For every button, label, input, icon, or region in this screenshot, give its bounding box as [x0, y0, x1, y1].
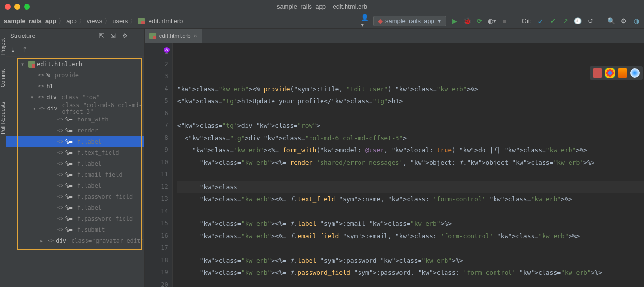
commit-tool-button[interactable]: Commit [0, 69, 6, 87]
code-line[interactable] [177, 242, 644, 254]
code-line[interactable]: <"kw">class="tg">div "kw">class="col-md-… [177, 132, 644, 144]
line-number[interactable]: 7 [145, 120, 168, 132]
tree-item[interactable]: <>%=form_with [6, 114, 144, 125]
firefox-icon[interactable] [618, 68, 627, 78]
expand-all-icon[interactable]: ⇱ [98, 32, 106, 40]
tree-item[interactable]: ▾<>divclass="col-md-6 col-md-offset-3" [6, 103, 144, 114]
line-number[interactable]: 16 [145, 230, 168, 242]
structure-tree[interactable]: ▾edit.html.erb<>%provide<>h1▾<>divclass=… [6, 57, 144, 248]
maximize-window-button[interactable] [24, 4, 30, 10]
tree-item[interactable]: <>%=f.label [6, 158, 144, 169]
tree-item[interactable]: ▸<>divclass="gravatar_edit" [6, 235, 144, 246]
line-number[interactable]: 14 [145, 205, 168, 218]
tree-item[interactable]: <>h1 [6, 81, 144, 92]
safari-icon[interactable] [630, 68, 640, 78]
line-number[interactable]: 10 [145, 156, 168, 169]
pull-requests-tool-button[interactable]: Pull Requests [0, 102, 6, 134]
code-line[interactable]: "kw">class="kw erb"><%= f.label "sym">:e… [177, 217, 644, 230]
tree-detail: class="row" [62, 94, 99, 101]
settings-button[interactable]: ⚙ [620, 17, 628, 25]
tree-item[interactable]: <>%=f.email_field [6, 169, 144, 180]
code-line[interactable] [177, 108, 644, 120]
history-button[interactable]: 🕘 [574, 17, 582, 25]
code-line[interactable]: "kw">class="kw erb"><%= f.label "sym">:n… [177, 181, 644, 193]
autoscroll-from-source-icon[interactable]: ⤒ [21, 46, 28, 54]
tree-item[interactable]: ▾edit.html.erb [6, 59, 144, 70]
line-number[interactable]: 12 [145, 181, 168, 193]
run-config-selector[interactable]: ◆ sample_rails_app ▼ [373, 16, 446, 26]
line-number[interactable]: 6 [145, 108, 168, 120]
profile-button[interactable]: ◐▾ [488, 17, 496, 25]
code-line[interactable]: "kw">class="kw erb"><%= f.password_field… [177, 266, 644, 279]
minimize-window-button[interactable] [14, 4, 20, 10]
chevron-icon[interactable]: ▾ [21, 61, 26, 68]
code-line[interactable] [177, 168, 644, 181]
code-line[interactable] [177, 279, 644, 287]
code-line[interactable]: "kw">class="kw erb"><%= f.email_field "s… [177, 230, 644, 242]
git-pull-button[interactable]: ↙ [536, 17, 544, 25]
line-number[interactable]: 15 [145, 217, 168, 230]
line-number[interactable]: 8 [145, 132, 168, 144]
search-button[interactable]: 🔍 [607, 17, 615, 25]
close-window-button[interactable] [5, 4, 11, 10]
tree-item[interactable]: <>%=f.text_field [6, 147, 144, 158]
collapse-all-icon[interactable]: ⇲ [110, 32, 117, 40]
chrome-icon[interactable] [605, 68, 615, 78]
rubymine-icon[interactable] [593, 68, 602, 78]
line-number[interactable]: 4 [145, 83, 168, 96]
chevron-icon[interactable]: ▸ [40, 238, 46, 244]
code-editor[interactable]: "kw">class="kw erb"><% provide("sym">:ti… [173, 43, 644, 287]
code-line[interactable]: <"kw">class="tg">h1>Update your profile<… [177, 95, 644, 108]
autoscroll-to-source-icon[interactable]: ⤓ [9, 46, 17, 54]
inspection-icon[interactable]: A [164, 47, 170, 53]
chevron-icon[interactable]: ▾ [33, 105, 37, 112]
rollback-button[interactable]: ↺ [586, 17, 594, 25]
code-line[interactable]: "kw">class="kw erb"><%= form_with("kw">m… [177, 144, 644, 156]
line-number[interactable]: 17 [145, 242, 168, 254]
tree-item[interactable]: <>%=f.label [6, 202, 144, 213]
breadcrumb[interactable]: sample_rails_app〉 app〉 views〉 users〉 edi… [4, 17, 359, 25]
tree-item[interactable]: <>%=f.label [6, 180, 144, 191]
line-number[interactable]: 2 [145, 59, 168, 71]
code-line[interactable]: <"kw">class="tg">div "kw">class="row"> [177, 120, 644, 132]
code-line[interactable]: "kw">class="kw erb"><% provide("sym">:ti… [177, 83, 644, 96]
line-number[interactable]: 20 [145, 279, 168, 287]
tree-item[interactable]: <>%provide [6, 70, 144, 81]
line-number[interactable]: 5 [145, 95, 168, 108]
close-tab-icon[interactable]: × [194, 33, 197, 39]
ide-features-button[interactable]: ◑ [632, 17, 640, 25]
editor-tab[interactable]: edit.html.erb × [145, 29, 202, 43]
code-line[interactable]: "kw">class="kw erb"><%= render 'shared/e… [177, 156, 644, 169]
line-number[interactable]: 18 [145, 254, 168, 267]
stop-button[interactable]: ■ [501, 17, 508, 25]
run-button[interactable]: ▶ [451, 17, 458, 25]
code-line[interactable]: "kw">class="kw erb"><%= f.text_field "sy… [177, 193, 644, 205]
tree-item[interactable]: <>%=f.password_field [6, 191, 144, 202]
line-number[interactable]: 19 [145, 266, 168, 279]
git-push-button[interactable]: ↗ [561, 17, 569, 25]
coverage-button[interactable]: ⟳ [476, 17, 483, 25]
tree-item[interactable]: <>%=f.password_field [6, 213, 144, 224]
code-line[interactable]: "kw">class="kw erb"><%= f.label "sym">:p… [177, 254, 644, 267]
project-tool-button[interactable]: Project [0, 38, 6, 55]
tree-label: %= [65, 182, 72, 189]
tree-item[interactable]: <>%=render [6, 125, 144, 136]
add-user-icon[interactable]: 👤▾ [361, 17, 369, 25]
line-number[interactable]: 13 [145, 193, 168, 205]
chevron-icon[interactable]: ▾ [30, 94, 36, 101]
breadcrumb-item: app [66, 17, 77, 24]
code-line[interactable] [177, 205, 644, 218]
line-number[interactable]: 11 [145, 168, 168, 181]
line-number[interactable]: 3 [145, 71, 168, 83]
tree-item[interactable]: <>%=f.submit [6, 224, 144, 235]
hide-panel-icon[interactable]: — [133, 32, 140, 40]
tree-item[interactable]: <>%=f.label [6, 136, 144, 147]
tree-label: %= [65, 171, 72, 178]
tree-detail: class="col-md-6 col-md-offset-3" [62, 102, 144, 115]
editor-gutter[interactable]: A 1234567891011121314151617181920 [145, 43, 173, 287]
tag-icon: <> [57, 171, 63, 178]
git-commit-button[interactable]: ✔ [549, 17, 557, 25]
panel-settings-icon[interactable]: ⚙ [121, 32, 129, 40]
line-number[interactable]: 9 [145, 144, 168, 156]
debug-button[interactable]: 🐞 [463, 17, 471, 25]
